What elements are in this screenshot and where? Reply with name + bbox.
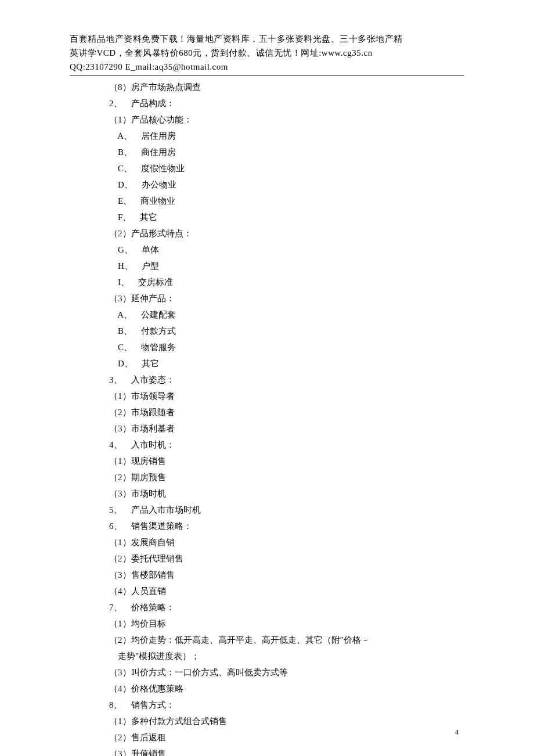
content-line: （4）人员直销 bbox=[109, 584, 464, 598]
content-line: B、 商住用房 bbox=[109, 145, 464, 159]
content-line: A、 居住用房 bbox=[109, 129, 464, 143]
content-line: （2）售后返租 bbox=[109, 730, 464, 744]
content-line: （2）市场跟随者 bbox=[109, 405, 464, 419]
content-line: （1）发展商自销 bbox=[109, 535, 464, 549]
content-line: （2）产品形式特点： bbox=[109, 226, 464, 240]
content-line: （3）市场时机 bbox=[109, 487, 464, 501]
content-line: （1）市场领导者 bbox=[109, 389, 464, 403]
content-line: （3）叫价方式：一口价方式、高叫低卖方式等 bbox=[109, 665, 464, 679]
content-line: （3）售楼部销售 bbox=[109, 568, 464, 582]
content-line: F、 其它 bbox=[109, 210, 464, 224]
content-line: 2、 产品构成： bbox=[109, 96, 464, 110]
content-line: D、 办公物业 bbox=[109, 178, 464, 192]
content-line: E、 商业物业 bbox=[109, 194, 464, 208]
content-line: （2）委托代理销售 bbox=[109, 552, 464, 566]
header-line-3: QQ:23107290 E_mail:aq35@hotmail.com bbox=[70, 60, 464, 74]
content-line: （1）产品核心功能： bbox=[109, 113, 464, 127]
document-header: 百套精品地产资料免费下载！海量地产资料库，五十多张资料光盘、三十多张地产精 英讲… bbox=[70, 32, 464, 75]
content-line: 3、 入市姿态： bbox=[109, 373, 464, 387]
content-line: H、 户型 bbox=[109, 259, 464, 273]
page-number: 4 bbox=[455, 726, 459, 739]
content-line: （1）多种付款方式组合式销售 bbox=[109, 714, 464, 728]
content-line: 走势"模拟进度表）； bbox=[109, 649, 464, 663]
header-line-2: 英讲学VCD，全套风暴特价680元，货到付款、诚信无忧！网址:www.cg35.… bbox=[70, 46, 464, 60]
content-line: B、 付款方式 bbox=[109, 324, 464, 338]
content-line: 8、 销售方式： bbox=[109, 698, 464, 712]
content-line: （2）期房预售 bbox=[109, 470, 464, 484]
content-line: A、 公建配套 bbox=[109, 308, 464, 322]
content-line: C、 度假性物业 bbox=[109, 161, 464, 175]
content-line: 7、 价格策略： bbox=[109, 600, 464, 614]
content-line: 6、 销售渠道策略： bbox=[109, 519, 464, 533]
content-line: I、 交房标准 bbox=[109, 275, 464, 289]
content-line: （3）升值销售 bbox=[109, 747, 464, 756]
content-line: （3）延伸产品： bbox=[109, 291, 464, 305]
content-line: （2）均价走势：低开高走、高开平走、高开低走、其它（附"价格－ bbox=[109, 633, 464, 647]
content-line: 5、 产品入市市场时机 bbox=[109, 503, 464, 517]
content-line: （1）现房销售 bbox=[109, 454, 464, 468]
content-line: （8）房产市场热点调查 bbox=[109, 80, 464, 94]
content-line: （1）均价目标 bbox=[109, 617, 464, 631]
header-line-1: 百套精品地产资料免费下载！海量地产资料库，五十多张资料光盘、三十多张地产精 bbox=[70, 32, 464, 46]
content-line: C、 物管服务 bbox=[109, 340, 464, 354]
content-line: 4、 入市时机： bbox=[109, 438, 464, 452]
content-line: （4）价格优惠策略 bbox=[109, 682, 464, 696]
document-content: （8）房产市场热点调查 2、 产品构成： （1）产品核心功能： A、 居住用房 … bbox=[70, 80, 464, 756]
content-line: G、 单体 bbox=[109, 243, 464, 257]
content-line: D、 其它 bbox=[109, 357, 464, 370]
content-line: （3）市场利基者 bbox=[109, 422, 464, 435]
